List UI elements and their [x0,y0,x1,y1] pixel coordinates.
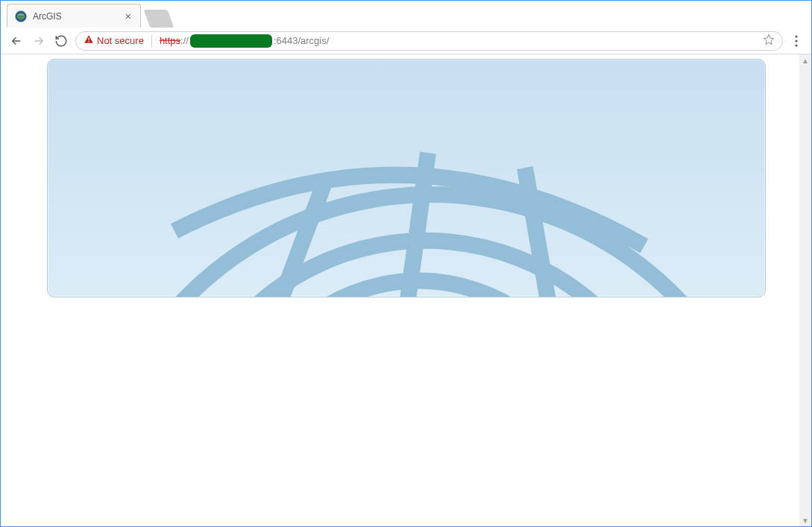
scroll-down-icon[interactable]: ▼ [799,514,811,526]
tab-title: ArcGIS [33,11,124,22]
url-text: https :// :6443/arcgis/ [160,34,329,48]
svg-point-11 [795,35,797,37]
scroll-up-icon[interactable]: ▲ [799,54,811,66]
redacted-host [190,34,272,48]
back-button[interactable] [8,33,25,49]
tab-close-icon[interactable]: × [124,9,133,24]
url-slashes: :// [180,35,189,46]
url-divider [151,35,152,47]
browser-menu-button[interactable] [789,34,804,48]
svg-point-13 [795,44,797,46]
warning-icon [84,34,94,47]
security-indicator[interactable]: Not secure [84,34,144,47]
svg-point-7 [17,13,25,20]
url-https: https [160,35,180,46]
forward-button[interactable] [31,33,47,49]
security-text: Not secure [97,35,144,46]
url-suffix: :6443/arcgis/ [274,35,329,46]
browser-tab[interactable]: ArcGIS × [7,4,141,28]
svg-rect-10 [88,41,89,42]
vertical-scrollbar[interactable]: ▲ ▼ [799,54,811,526]
arcgis-banner [47,59,766,297]
page-content: ▲ ▼ [1,54,811,526]
tab-strip: ArcGIS × [1,1,811,28]
reload-button[interactable] [53,33,69,49]
browser-toolbar: Not secure https :// :6443/arcgis/ [1,28,811,54]
svg-rect-9 [88,38,89,41]
svg-point-12 [795,40,797,42]
address-bar[interactable]: Not secure https :// :6443/arcgis/ [75,31,783,51]
new-tab-button[interactable] [144,10,174,28]
arcgis-favicon-icon [15,10,27,22]
page-body [1,54,811,526]
bookmark-star-icon[interactable] [763,34,775,48]
